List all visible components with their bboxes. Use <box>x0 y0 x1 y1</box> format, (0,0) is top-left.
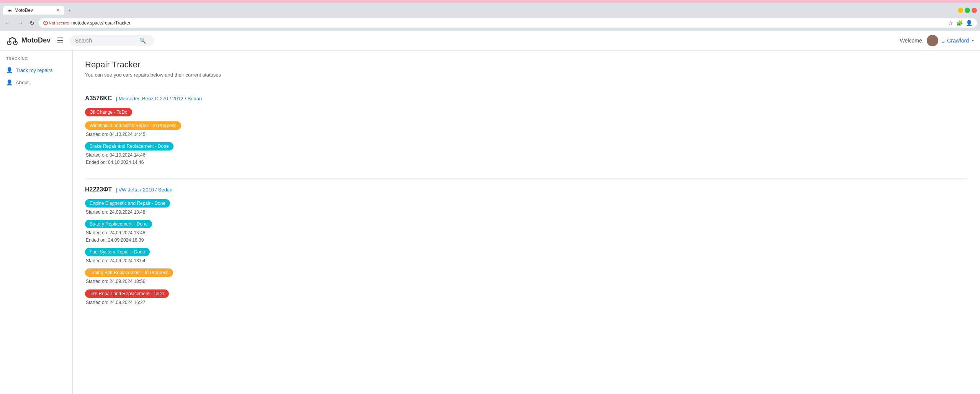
page-title: Repair Tracker <box>85 60 968 70</box>
tab-title: MotoDev <box>15 8 33 13</box>
welcome-text: Welcome, <box>900 38 924 44</box>
car-id-0: A3576KC | Mercedes-Benz C 270 / 2012 / S… <box>85 95 968 102</box>
repair-item-1-1: Battery Replacement - DoneStarted on: 24… <box>85 220 968 244</box>
logo-icon <box>6 34 18 47</box>
new-tab-button[interactable]: + <box>64 5 74 15</box>
extensions-icon[interactable]: 🧩 <box>956 20 963 26</box>
repair-badge-1-0: Engine Diagnostic and Repair - Done <box>85 199 170 208</box>
car-id-1: Н2223ФТ | VW Jetta / 2010 / Sedan <box>85 186 968 193</box>
repair-badge-1-3: Timing Belt Replacement - In Progress <box>85 268 173 277</box>
app-header: MotoDev ☰ 🔍 Welcome, L. Crawford ▾ <box>0 31 980 51</box>
menu-button[interactable]: ☰ <box>57 36 64 45</box>
sidebar-item-about-label: About <box>16 80 29 85</box>
repair-item-1-4: Tire Repair and Replacement - ToDoStarte… <box>85 289 968 306</box>
repair-started-0-2: Started on: 04.10.2024 14:46 <box>86 152 968 159</box>
logo: MotoDev <box>6 34 51 47</box>
security-indicator: Not secure <box>43 21 69 25</box>
repair-badge-0-1: Windshield and Glass Repair - In Progres… <box>85 121 181 130</box>
forward-button[interactable]: → <box>15 19 25 27</box>
content-area: Repair Tracker You can see you cars repa… <box>73 51 980 394</box>
logo-text: MotoDev <box>21 36 51 44</box>
sidebar-item-track-repairs-label: Track my repairs <box>16 67 52 73</box>
url-display: motodev.space/repairTracker <box>71 20 131 26</box>
repair-item-1-2: Fuel System Repair - DoneStarted on: 24.… <box>85 248 968 265</box>
search-bar[interactable]: 🔍 <box>70 35 154 46</box>
repair-item-0-1: Windshield and Glass Repair - In Progres… <box>85 121 968 138</box>
not-secure-label: Not secure <box>49 21 69 25</box>
repair-badge-1-2: Fuel System Repair - Done <box>85 248 150 256</box>
repair-started-1-2: Started on: 24.09.2024 13:54 <box>86 257 968 265</box>
search-input[interactable] <box>75 38 136 44</box>
tab-close-button[interactable]: ✕ <box>56 8 60 13</box>
repair-started-0-1: Started on: 04.10.2024 14:45 <box>86 131 968 138</box>
track-repairs-icon: 👤 <box>6 67 13 73</box>
sidebar: TRACKING 👤 Track my repairs 👤 About <box>0 51 73 394</box>
back-button[interactable]: ← <box>3 19 13 27</box>
tab-favicon: 🏍 <box>8 8 12 13</box>
bookmark-icon[interactable]: ☆ <box>948 20 953 26</box>
repair-badge-0-2: Brake Repair and Replacement - Done <box>85 142 173 150</box>
repair-badge-0-0: Oil Change - ToDo <box>85 108 132 116</box>
repair-item-1-0: Engine Diagnostic and Repair - DoneStart… <box>85 199 968 216</box>
about-icon: 👤 <box>6 79 13 85</box>
car-section-0: A3576KC | Mercedes-Benz C 270 / 2012 / S… <box>85 87 968 178</box>
repair-badge-1-4: Tire Repair and Replacement - ToDo <box>85 289 169 298</box>
window-close-button[interactable] <box>972 8 977 13</box>
refresh-button[interactable]: ↻ <box>28 19 36 28</box>
browser-tab[interactable]: 🏍 MotoDev ✕ <box>3 6 64 15</box>
header-right: Welcome, L. Crawford ▾ <box>900 35 974 46</box>
repair-badge-1-1: Battery Replacement - Done <box>85 220 152 228</box>
repair-started-1-4: Started on: 24.09.2024 16:27 <box>86 299 968 306</box>
svg-point-2 <box>45 24 46 24</box>
sidebar-item-track-repairs[interactable]: 👤 Track my repairs <box>0 64 72 76</box>
sidebar-item-about[interactable]: 👤 About <box>0 76 72 88</box>
profile-icon[interactable]: 👤 <box>966 20 972 26</box>
page-subtitle: You can see you cars repairs below and t… <box>85 72 968 78</box>
avatar <box>927 35 938 46</box>
window-maximize-button[interactable] <box>965 8 970 13</box>
repair-started-1-1: Started on: 24.09.2024 13:48 <box>86 229 968 237</box>
repair-ended-0-2: Ended on: 04.10.2024 14:46 <box>86 159 968 166</box>
search-icon[interactable]: 🔍 <box>139 38 146 44</box>
cars-container: A3576KC | Mercedes-Benz C 270 / 2012 / S… <box>85 87 968 318</box>
repair-item-0-2: Brake Repair and Replacement - DoneStart… <box>85 142 968 166</box>
repair-ended-1-1: Ended on: 24.09.2024 18:39 <box>86 237 968 244</box>
user-name[interactable]: L. Crawford <box>941 38 969 44</box>
svg-point-6 <box>929 42 936 46</box>
sidebar-section-label: TRACKING <box>0 57 72 64</box>
repair-item-1-3: Timing Belt Replacement - In ProgressSta… <box>85 268 968 285</box>
user-dropdown-icon[interactable]: ▾ <box>972 38 974 43</box>
repair-started-1-3: Started on: 24.09.2024 18:56 <box>86 278 968 285</box>
car-details-1: | VW Jetta / 2010 / Sedan <box>116 187 172 193</box>
car-details-0: | Mercedes-Benz C 270 / 2012 / Sedan <box>116 96 202 101</box>
svg-point-5 <box>930 37 935 41</box>
address-bar[interactable]: Not secure motodev.space/repairTracker ☆… <box>39 18 977 28</box>
car-section-1: Н2223ФТ | VW Jetta / 2010 / SedanEngine … <box>85 178 968 318</box>
repair-started-1-0: Started on: 24.09.2024 13:48 <box>86 209 968 216</box>
window-minimize-button[interactable] <box>958 8 963 13</box>
repair-item-0-0: Oil Change - ToDo <box>85 108 968 118</box>
